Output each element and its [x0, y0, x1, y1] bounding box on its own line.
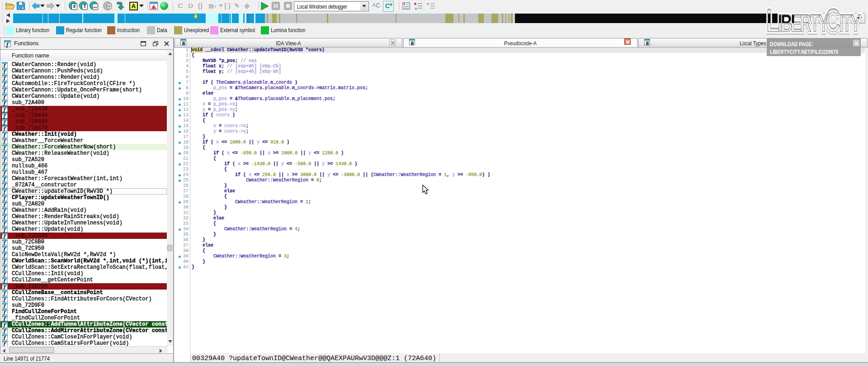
- svg-text:L: L: [766, 5, 778, 35]
- svg-text:C: C: [826, 5, 840, 35]
- svg-text:ITY: ITY: [839, 9, 861, 35]
- svg-text:IBERTY: IBERTY: [778, 9, 829, 35]
